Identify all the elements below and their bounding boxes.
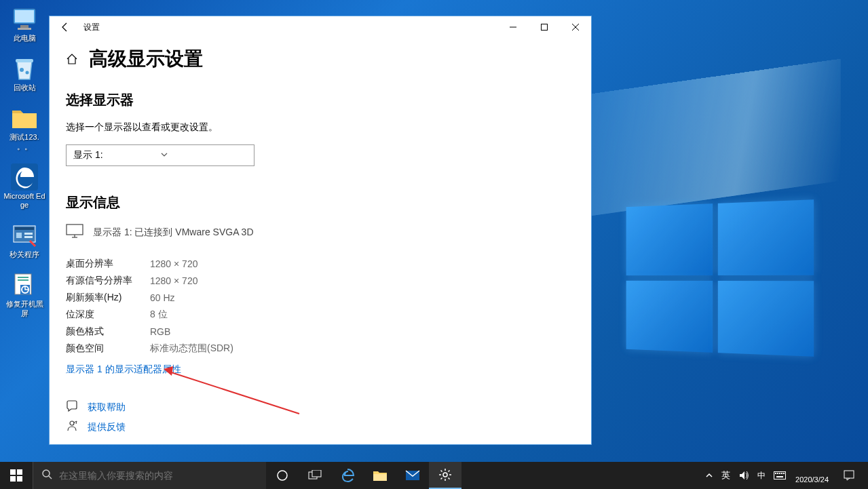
cortana-button[interactable] (266, 462, 299, 489)
svg-rect-22 (67, 224, 83, 235)
get-help-link[interactable]: 获取帮助 (88, 402, 126, 414)
svg-point-6 (26, 71, 29, 75)
display-selector[interactable]: 显示 1: (66, 144, 254, 166)
desktop-icon-this-pc[interactable]: 此电脑 (3, 5, 46, 43)
desktop-icon-recycle-bin[interactable]: 回收站 (3, 55, 46, 92)
table-row: 刷新频率(Hz)60 Hz (66, 289, 575, 306)
svg-rect-29 (17, 469, 22, 475)
minimize-button[interactable] (497, 16, 529, 38)
help-icon (66, 400, 78, 414)
taskbar-settings[interactable] (429, 462, 461, 489)
feedback-icon (66, 420, 78, 434)
tray-volume[interactable] (734, 470, 753, 481)
home-icon[interactable] (66, 53, 78, 65)
taskbar-search[interactable] (33, 462, 266, 489)
desktop-icon-test-folder[interactable]: 测试123. 。。 (3, 104, 46, 151)
svg-rect-11 (24, 233, 33, 235)
task-view-button[interactable] (299, 462, 331, 489)
svg-rect-42 (775, 473, 776, 474)
taskbar-edge[interactable] (331, 462, 364, 489)
svg-rect-3 (18, 28, 31, 30)
adapter-properties-link[interactable]: 显示器 1 的显示适配器属性 (66, 364, 181, 376)
maximize-button[interactable] (529, 16, 560, 38)
svg-line-33 (49, 476, 52, 479)
svg-rect-28 (10, 469, 16, 475)
svg-rect-10 (16, 233, 22, 238)
display-selector-value: 显示 1: (73, 149, 160, 161)
feedback-link[interactable]: 提供反馈 (88, 421, 126, 433)
tray-ime-lang[interactable]: 中 (753, 470, 770, 482)
tray-clock[interactable]: . 2020/3/24 (790, 467, 834, 484)
svg-point-5 (20, 68, 24, 72)
svg-rect-47 (776, 476, 783, 477)
search-icon (41, 469, 52, 482)
svg-point-25 (70, 421, 74, 425)
svg-rect-43 (777, 473, 778, 474)
settings-window: 设置 高级显示设置 选择显示器 选择一个显示器以查看或更改设置。 显示 1: 显… (49, 16, 592, 445)
svg-rect-9 (15, 227, 34, 230)
display-info-table: 桌面分辨率1280 × 720 有源信号分辨率1280 × 720 刷新频率(H… (66, 255, 575, 357)
search-input[interactable] (59, 470, 258, 481)
svg-rect-19 (542, 24, 548, 31)
svg-rect-31 (17, 476, 22, 482)
table-row: 颜色格式RGB (66, 323, 575, 340)
desktop-icon-edge[interactable]: Microsoft Edge (3, 163, 46, 210)
svg-rect-12 (24, 236, 33, 238)
tray-expand[interactable] (701, 471, 717, 480)
tray-ime-mode[interactable]: 英 (717, 469, 734, 482)
close-button[interactable] (560, 16, 591, 38)
svg-rect-2 (20, 25, 29, 28)
desktop-icon-repair-app[interactable]: 修复开机黑屏 (3, 271, 46, 317)
chevron-down-icon (160, 150, 247, 161)
svg-rect-44 (779, 473, 780, 474)
monitor-connection: 显示器 1: 已连接到 VMware SVGA 3D (93, 227, 254, 239)
svg-rect-14 (18, 277, 29, 278)
svg-rect-37 (373, 474, 387, 481)
titlebar: 设置 (50, 16, 591, 38)
page-title: 高级显示设置 (89, 46, 203, 72)
table-row: 桌面分辨率1280 × 720 (66, 255, 575, 272)
svg-rect-45 (781, 473, 782, 474)
taskbar-file-explorer[interactable] (364, 462, 396, 489)
tray-keyboard[interactable] (770, 471, 790, 480)
desktop-icon-shutdown-app[interactable]: 秒关程序 (3, 222, 46, 259)
svg-rect-36 (312, 470, 321, 477)
select-display-desc: 选择一个显示器以查看或更改设置。 (66, 121, 575, 134)
monitor-icon (66, 224, 83, 241)
table-row: 有源信号分辨率1280 × 720 (66, 272, 575, 289)
window-title: 设置 (83, 22, 100, 33)
section-display-info: 显示信息 (66, 193, 575, 212)
taskbar-mail[interactable] (396, 462, 429, 489)
svg-point-32 (43, 470, 50, 477)
svg-rect-48 (844, 471, 854, 478)
svg-rect-15 (18, 279, 29, 281)
taskbar: 英 中 . 2020/3/24 (0, 462, 868, 489)
svg-point-39 (443, 473, 447, 477)
table-row: 位深度8 位 (66, 306, 575, 323)
start-button[interactable] (0, 462, 33, 489)
desktop-icons: 此电脑 回收站 测试123. 。。 Microsoft Edge 秒关程序 修复… (3, 5, 46, 330)
table-row: 颜色空间标准动态范围(SDR) (66, 340, 575, 357)
section-select-display: 选择显示器 (66, 91, 575, 109)
svg-rect-30 (10, 476, 16, 482)
svg-rect-1 (15, 10, 34, 22)
svg-rect-46 (783, 473, 785, 474)
action-center[interactable] (834, 469, 864, 482)
svg-rect-4 (16, 59, 33, 62)
svg-point-34 (278, 471, 287, 480)
back-button[interactable] (50, 16, 81, 38)
